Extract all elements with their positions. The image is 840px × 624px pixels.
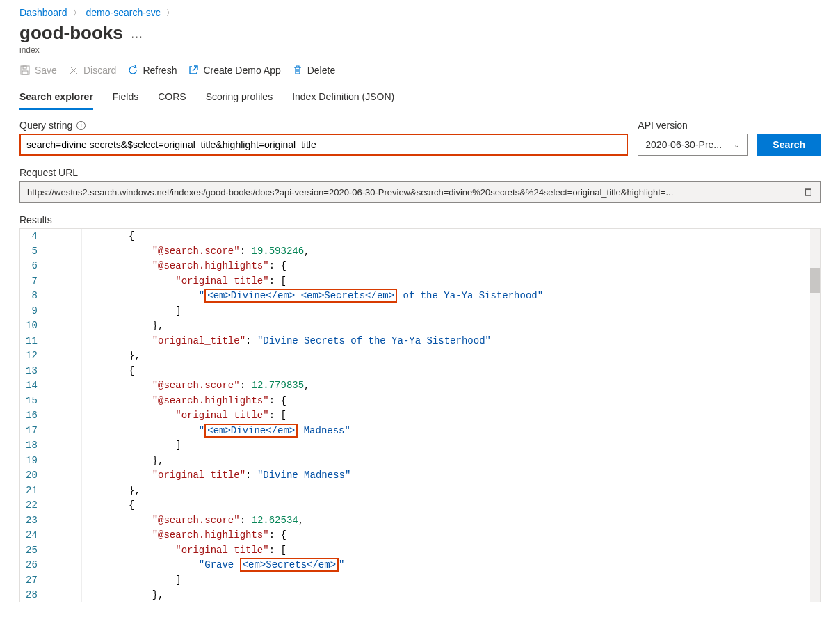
line-number: 19 [26,454,38,469]
highlight-callout: <em>Divine</em> [204,424,298,438]
command-bar: Save Discard Refresh Create Demo App Del… [19,65,821,81]
delete-label: Delete [307,65,335,76]
trash-icon [292,65,303,76]
overview-ruler[interactable] [810,229,820,602]
line-number: 6 [26,259,38,274]
discard-button: Discard [68,65,116,76]
results-label: Results [19,214,821,225]
line-number: 24 [26,528,38,543]
chevron-down-icon: ⌄ [734,141,740,150]
chevron-right-icon: 〉 [73,8,81,18]
breadcrumb-service[interactable]: demo-search-svc [86,7,161,18]
line-number: 23 [26,513,38,529]
svg-rect-5 [806,190,811,196]
api-version-value: 2020-06-30-Pre... [645,139,722,150]
query-string-label: Query string [19,120,72,131]
tab-scoring[interactable]: Scoring profiles [206,86,273,110]
close-icon [68,65,79,76]
tab-bar: Search explorer Fields CORS Scoring prof… [19,86,821,110]
line-number: 7 [26,274,38,289]
line-number: 11 [26,334,38,349]
highlight-callout: <em>Divine</em> <em>Secrets</em> [204,289,397,303]
request-url-box: https://westus2.search.windows.net/index… [19,181,821,203]
api-version-select[interactable]: 2020-06-30-Pre... ⌄ [638,134,748,156]
line-number: 12 [26,349,38,364]
line-number: 5 [26,244,38,259]
margin-strip [63,229,82,602]
chevron-right-icon: 〉 [166,8,174,18]
open-external-icon [188,65,199,76]
save-button: Save [19,65,57,76]
svg-rect-2 [22,71,28,74]
line-number: 13 [26,364,38,379]
info-icon[interactable]: i [76,121,86,130]
line-number: 17 [26,424,38,439]
create-demo-app-button[interactable]: Create Demo App [188,65,280,76]
api-version-label: API version [638,120,688,131]
tab-fields[interactable]: Fields [113,86,138,110]
line-number: 15 [26,394,38,409]
line-number: 14 [26,378,38,394]
tab-search-explorer[interactable]: Search explorer [19,86,93,110]
save-icon [19,65,31,76]
line-number: 28 [26,588,38,602]
highlight-callout: <em>Secrets</em> [240,558,339,572]
line-number: 8 [26,289,38,304]
refresh-button[interactable]: Refresh [127,65,177,76]
svg-rect-1 [23,66,26,69]
demo-app-label: Create Demo App [203,65,280,76]
tab-index-definition[interactable]: Index Definition (JSON) [292,86,394,110]
more-icon[interactable]: ··· [131,31,144,42]
code-content: { "@search.score": 19.593246, "@search.h… [82,229,820,602]
tab-cors[interactable]: CORS [158,86,186,110]
line-number-gutter: 4567891011121314151617181920212223242526… [20,229,49,602]
line-number: 20 [26,468,38,483]
line-number: 25 [26,543,38,559]
breadcrumb-dashboard[interactable]: Dashboard [19,7,67,18]
search-button[interactable]: Search [757,134,821,156]
line-number: 26 [26,558,38,573]
page-subtitle: index [19,45,821,55]
line-number: 27 [26,573,38,589]
save-label: Save [35,65,57,76]
refresh-label: Refresh [143,65,177,76]
fold-gutter [49,229,63,602]
query-string-input[interactable] [19,134,628,156]
line-number: 10 [26,319,38,334]
request-url-label: Request URL [19,167,821,178]
copy-icon[interactable] [803,187,813,197]
line-number: 21 [26,483,38,499]
breadcrumb: Dashboard 〉 demo-search-svc 〉 [19,7,821,18]
line-number: 9 [26,304,38,319]
line-number: 4 [26,229,38,244]
results-editor[interactable]: 4567891011121314151617181920212223242526… [19,228,821,602]
line-number: 18 [26,438,38,454]
page-title: good-books [19,22,123,44]
delete-button[interactable]: Delete [292,65,335,76]
refresh-icon [127,65,138,76]
discard-label: Discard [83,65,116,76]
line-number: 22 [26,498,38,513]
request-url-value: https://westus2.search.windows.net/index… [27,187,796,198]
line-number: 16 [26,408,38,424]
